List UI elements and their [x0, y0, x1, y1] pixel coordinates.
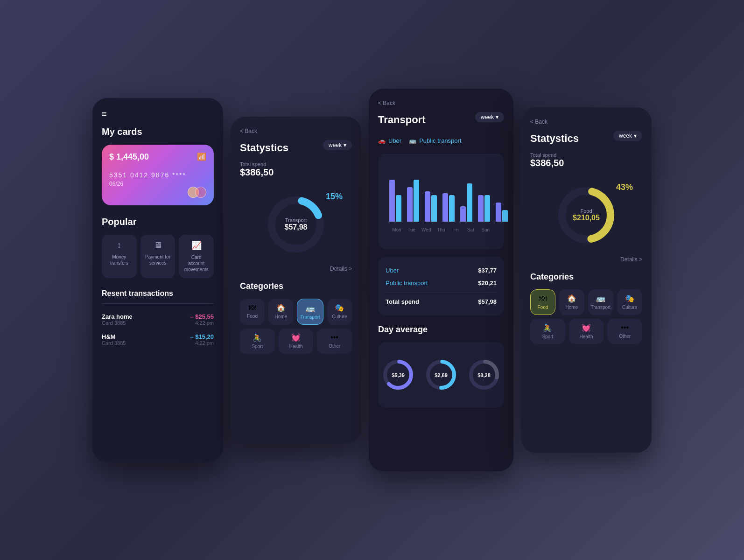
details-link-s2[interactable]: Details >	[240, 266, 352, 272]
avg-circle-uber: $5,39	[380, 357, 416, 392]
cat-home-s2[interactable]: 🏠 Home	[268, 299, 293, 325]
avg-circle-total: $8,28	[466, 357, 502, 392]
week-dropdown-s2[interactable]: week ▾	[323, 140, 352, 150]
tab-public-transport[interactable]: 🚌 Public transport	[409, 137, 461, 144]
week-dropdown-s3[interactable]: week ▾	[475, 112, 504, 122]
cat-health-s2[interactable]: 💓 Health	[279, 329, 314, 354]
menu-icon[interactable]: ≡	[102, 109, 214, 119]
day-label-sun: Sun	[478, 227, 493, 232]
categories-grid-s4: 🍽 Food 🏠 Home 🚌 Transport 🎭 Culture	[530, 289, 642, 315]
trans-zara-name: Zara home	[102, 313, 133, 320]
bar-group-mon	[389, 180, 401, 222]
cat-transport-s2[interactable]: 🚌 Transport	[297, 299, 323, 325]
bar-uber-wed	[425, 191, 430, 222]
trans-hm-left: H&M Card 3885	[102, 333, 126, 346]
bar-pub-sat	[484, 195, 490, 222]
bar-chart	[386, 161, 497, 222]
movements-label: Card account movements	[182, 254, 210, 273]
trans-hm-card: Card 3885	[102, 340, 126, 346]
spend-divider	[386, 292, 497, 293]
sport-label-s2: Sport	[243, 344, 272, 349]
cat-other-s4[interactable]: ••• Other	[607, 319, 642, 344]
trans-hm-right: – $15,20 4:22 pm	[190, 333, 214, 346]
screens-container: ≡ My cards 📶 $ 1,445,00 5351 0412 9876 *…	[92, 89, 652, 471]
mastercard-logo	[188, 187, 206, 198]
back-button-s2[interactable]: < Back	[240, 128, 352, 134]
transport-icon-s4: 🚌	[591, 294, 611, 303]
food-icon-s2: 🍽	[243, 303, 262, 312]
cat-home-s4[interactable]: 🏠 Home	[559, 289, 584, 315]
bar-pub-fri	[467, 183, 472, 222]
cat-culture-s4[interactable]: 🎭 Culture	[617, 289, 642, 315]
week-dropdown-s4[interactable]: week ▾	[613, 131, 642, 141]
payment-label: Payment for services	[144, 254, 172, 266]
card-expiry: 06/26	[109, 181, 206, 187]
back-button-s4[interactable]: < Back	[530, 119, 642, 125]
categories-row2-s4: 🚴 Sport 💓 Health ••• Other	[530, 319, 642, 344]
donut-amount-s4: $210,05	[573, 214, 600, 222]
other-label-s4: Other	[610, 334, 639, 339]
health-icon-s4: 💓	[572, 323, 601, 332]
cat-sport-s4[interactable]: 🚴 Sport	[530, 319, 565, 344]
sport-icon-s2: 🚴	[243, 333, 272, 342]
card-number: 5351 0412 9876 ****	[109, 171, 206, 179]
trans-zara-amount: – $25,55	[190, 313, 214, 320]
public-spend-amount: $20,21	[478, 280, 497, 287]
bar-uber-sun	[496, 203, 501, 222]
svg-text:$8,28: $8,28	[477, 372, 491, 378]
circle-right	[195, 187, 206, 198]
back-button-s3[interactable]: < Back	[378, 100, 504, 106]
statistics-title-s2: Statystics	[240, 142, 288, 154]
movements-icon: 📈	[182, 240, 210, 251]
popular-card-movements[interactable]: 📈 Card account movements	[179, 235, 214, 278]
culture-label-s2: Culture	[330, 314, 349, 319]
total-spend-amount-s4: $386,50	[530, 158, 642, 168]
donut-chart-s4: 43% Food $210,05	[530, 178, 642, 252]
transaction-hm[interactable]: H&M Card 3885 – $15,20 4:22 pm	[102, 329, 214, 350]
bar-group-sat	[478, 195, 490, 222]
bar-pub-thu	[449, 195, 455, 222]
bar-wrapper-mon	[389, 180, 401, 222]
cat-food-s2[interactable]: 🍽 Food	[240, 299, 265, 325]
donut-percent-s4: 43%	[616, 182, 633, 192]
cat-culture-s2[interactable]: 🎭 Culture	[327, 299, 352, 325]
trans-hm-name: H&M	[102, 333, 126, 340]
transport-label-s2: Transport	[300, 315, 320, 320]
bar-uber-sat	[478, 195, 484, 222]
total-amount: $57,98	[478, 298, 497, 305]
credit-card: 📶 $ 1,445,00 5351 0412 9876 **** 06/26	[102, 145, 214, 205]
public-spend-label: Public transport	[386, 280, 428, 287]
bar-group-fri	[460, 183, 472, 222]
sport-icon-s4: 🚴	[533, 323, 562, 332]
bar-pub-mon	[396, 195, 401, 222]
food-icon-s4: 🍽	[533, 294, 552, 303]
cat-sport-s2[interactable]: 🚴 Sport	[240, 329, 275, 354]
health-icon-s2: 💓	[281, 333, 311, 342]
donut-chart-s2: 15% Transport $57,98	[240, 187, 352, 262]
transaction-zara[interactable]: Zara home Card 3885 – $25,55 4:22 pm	[102, 309, 214, 329]
bar-group-thu	[442, 193, 455, 222]
transport-title: Transport	[378, 114, 425, 126]
bar-wrapper-thu	[442, 193, 455, 222]
day-label-wed: Wed	[419, 227, 434, 232]
home-icon-s2: 🏠	[271, 303, 290, 312]
popular-title: Popular	[102, 217, 214, 227]
cat-health-s4[interactable]: 💓 Health	[569, 319, 604, 344]
transport-label-s4: Transport	[591, 305, 611, 310]
spend-table: Uber $37,77 Public transport $20,21 Tota…	[378, 257, 504, 315]
popular-payment-services[interactable]: 🖥 Payment for services	[140, 235, 175, 278]
cat-other-s2[interactable]: ••• Other	[317, 329, 352, 354]
popular-money-transfers[interactable]: ↕ Money transfers	[102, 235, 137, 278]
public-transport-tab-label: 🚌 Public transport	[409, 137, 461, 144]
culture-label-s4: Culture	[620, 305, 639, 310]
day-avg-container: $5,39 $2,89 $8,28	[378, 342, 504, 407]
trans-hm-time: 4:22 pm	[190, 340, 214, 346]
tab-uber[interactable]: 🚗 Uber	[378, 137, 401, 144]
cat-food-s4[interactable]: 🍽 Food	[530, 289, 555, 315]
details-link-s4[interactable]: Details >	[530, 256, 642, 263]
other-label-s2: Other	[320, 343, 349, 349]
transport-icon-s2: 🚌	[300, 304, 320, 313]
bar-wrapper-wed	[425, 191, 437, 222]
cat-transport-s4[interactable]: 🚌 Transport	[588, 289, 613, 315]
day-label-fri: Fri	[449, 227, 463, 232]
